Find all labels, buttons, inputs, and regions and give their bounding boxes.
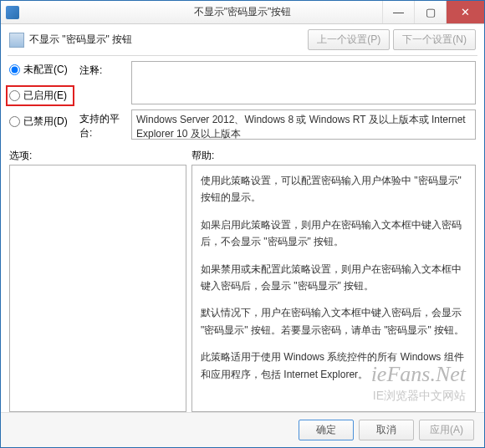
platform-text: Windows Server 2012、Windows 8 或 Windows … bbox=[131, 109, 476, 140]
help-p3: 如果禁用或未配置此策略设置，则用户在密码输入文本框中键入密码后，会显示 "密码显… bbox=[201, 261, 467, 295]
apply-button[interactable]: 应用(A) bbox=[419, 420, 474, 440]
radio-not-configured[interactable]: 未配置(C) bbox=[9, 63, 74, 77]
app-icon bbox=[6, 6, 19, 19]
dialog-window: 不显示"密码显示"按钮 — ▢ ✕ 不显示 "密码显示" 按钮 上一个设置(P)… bbox=[0, 0, 485, 448]
footer: 确定 取消 应用(A) bbox=[1, 412, 484, 447]
radio-disabled-input[interactable] bbox=[9, 116, 20, 127]
radio-disabled-label: 已禁用(D) bbox=[23, 115, 68, 129]
platform-label: 支持的平台: bbox=[79, 109, 126, 140]
panel-labels: 选项: 帮助: bbox=[1, 142, 484, 165]
config-area: 未配置(C) 已启用(E) 已禁用(D) 注释: 支持的平台: Windows … bbox=[1, 56, 484, 142]
options-label: 选项: bbox=[9, 149, 191, 163]
options-panel bbox=[9, 165, 186, 412]
radio-not-configured-input[interactable] bbox=[9, 64, 20, 75]
comment-textarea[interactable] bbox=[131, 61, 476, 104]
radio-disabled[interactable]: 已禁用(D) bbox=[9, 115, 74, 129]
help-panel: 使用此策略设置，可以配置密码输入用户体验中 "密码显示" 按钮的显示。 如果启用… bbox=[191, 165, 476, 412]
help-p2: 如果启用此策略设置，则用户在密码输入文本框中键入密码后，不会显示 "密码显示" … bbox=[201, 216, 467, 251]
help-p4: 默认情况下，用户在密码输入文本框中键入密码后，会显示 "密码显示" 按钮。若要显… bbox=[201, 304, 467, 339]
radio-group: 未配置(C) 已启用(E) 已禁用(D) bbox=[9, 61, 74, 140]
minimize-button[interactable]: — bbox=[382, 1, 414, 23]
help-label: 帮助: bbox=[191, 149, 214, 163]
header-row: 不显示 "密码显示" 按钮 上一个设置(P) 下一个设置(N) bbox=[1, 24, 484, 55]
ok-button[interactable]: 确定 bbox=[299, 420, 354, 440]
maximize-button[interactable]: ▢ bbox=[414, 1, 446, 23]
panels: 使用此策略设置，可以配置密码输入用户体验中 "密码显示" 按钮的显示。 如果启用… bbox=[1, 165, 484, 412]
next-setting-button[interactable]: 下一个设置(N) bbox=[393, 29, 476, 50]
radio-enabled-input[interactable] bbox=[9, 90, 20, 101]
titlebar: 不显示"密码显示"按钮 — ▢ ✕ bbox=[1, 1, 484, 24]
radio-enabled[interactable]: 已启用(E) bbox=[6, 85, 74, 106]
policy-title: 不显示 "密码显示" 按钮 bbox=[29, 33, 132, 47]
prev-setting-button[interactable]: 上一个设置(P) bbox=[308, 29, 390, 50]
comment-label: 注释: bbox=[79, 61, 126, 78]
help-p5: 此策略适用于使用 Windows 系统控件的所有 Windows 组件和应用程序… bbox=[201, 349, 467, 383]
radio-enabled-label: 已启用(E) bbox=[23, 89, 67, 103]
help-p1: 使用此策略设置，可以配置密码输入用户体验中 "密码显示" 按钮的显示。 bbox=[201, 172, 467, 206]
policy-icon bbox=[9, 33, 24, 48]
radio-not-configured-label: 未配置(C) bbox=[23, 63, 68, 77]
close-button[interactable]: ✕ bbox=[446, 1, 484, 23]
window-controls: — ▢ ✕ bbox=[382, 1, 484, 23]
cancel-button[interactable]: 取消 bbox=[359, 420, 414, 440]
